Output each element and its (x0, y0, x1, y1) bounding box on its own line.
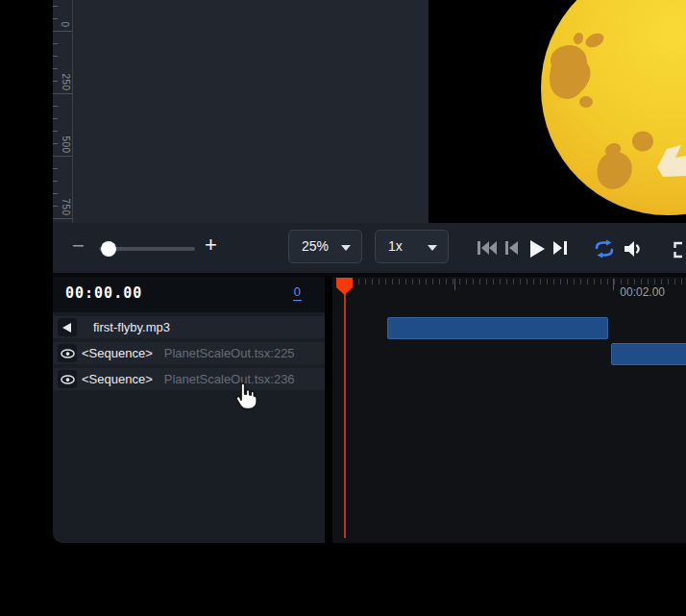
audio-mute-button[interactable] (58, 318, 77, 336)
timeline-tick (681, 279, 682, 284)
composition-view (429, 0, 686, 223)
timeline-tick (627, 279, 628, 284)
visibility-button[interactable] (58, 344, 77, 362)
timeline-track-list: 00:00.00 0 first-flyby.mp3 <S (53, 277, 325, 543)
track-row-audio[interactable]: first-flyby.mp3 (53, 316, 325, 338)
ruler-tick (53, 206, 58, 207)
toolbar: − + 25% 1x (53, 223, 686, 273)
timeline-tick (553, 279, 554, 284)
timeline-tick (459, 279, 460, 284)
zoom-slider-knob[interactable] (101, 241, 116, 257)
timeline-tick (432, 279, 433, 284)
timeline-tick (466, 279, 467, 284)
eye-icon (61, 349, 75, 358)
track-name: <Sequence> (82, 346, 153, 360)
ruler-tick (53, 143, 58, 144)
fullscreen-button[interactable] (673, 240, 686, 263)
clip-bar-audio[interactable] (387, 317, 608, 339)
vertical-ruler[interactable]: 0 250 500 750 (53, 0, 73, 223)
loop-icon (593, 239, 616, 259)
timeline-tick (641, 279, 642, 284)
timeline-tick-major (454, 279, 455, 290)
visibility-button[interactable] (58, 370, 77, 388)
ruler-tick (53, 93, 72, 94)
timeline-tick (654, 279, 655, 284)
ruler-tick (53, 31, 72, 32)
timeline-pane: 00:00.00 0 first-flyby.mp3 <S (53, 277, 686, 543)
timeline-tick (446, 279, 447, 284)
studio-window: 0 250 500 750 (53, 0, 686, 543)
clip-bar-sequence[interactable] (611, 343, 686, 365)
timeline-tick (674, 279, 675, 284)
ruler-label: 500 (61, 136, 71, 153)
zoom-level-value: 25% (302, 238, 329, 254)
timeline-tick (405, 279, 406, 284)
play-icon (529, 240, 545, 258)
timeline-tick (412, 279, 413, 284)
eye-icon (61, 375, 75, 384)
timeline-tick (547, 279, 548, 284)
track-source: PlanetScaleOut.tsx:236 (164, 372, 295, 386)
timeline-tick (385, 279, 386, 284)
timeline-tick (500, 279, 501, 284)
loop-button[interactable] (593, 239, 616, 262)
volume-button[interactable] (625, 240, 642, 261)
playhead-marker[interactable] (336, 278, 353, 296)
timeline-tick (453, 279, 453, 284)
screenshot-root: { "colors": { "accent_blue": "#3b82f6", … (0, 0, 686, 616)
time-marker-label: 00:02.00 (620, 285, 665, 299)
timeline-tick (399, 279, 400, 284)
track-row-sequence[interactable]: <Sequence> PlanetScaleOut.tsx:236 (53, 368, 325, 390)
next-frame-icon (553, 240, 567, 256)
zoom-in-button[interactable]: + (205, 234, 217, 256)
timeline-clip-area[interactable]: 00:02.00 (332, 277, 686, 543)
ruler-label: 0 (60, 21, 70, 27)
timeline-tick (527, 279, 527, 284)
next-frame-button[interactable] (553, 240, 567, 259)
timeline-tick (479, 279, 480, 284)
timeline-tick-major (613, 279, 614, 290)
fullscreen-icon (673, 240, 686, 259)
ruler-tick (53, 81, 58, 82)
timeline-tick (439, 279, 440, 284)
skip-to-start-button[interactable] (478, 240, 497, 259)
previous-frame-icon (505, 240, 518, 256)
zoom-out-button[interactable]: − (72, 235, 85, 257)
timeline-tick (473, 279, 474, 284)
ruler-tick (53, 218, 72, 219)
timeline-tick (574, 279, 575, 284)
playback-rate-dropdown[interactable]: 1x (375, 230, 449, 263)
chevron-down-icon (341, 245, 351, 251)
timeline-tick (419, 279, 420, 284)
ruler-label: 250 (61, 73, 71, 90)
track-name: <Sequence> (82, 372, 153, 386)
ruler-tick (53, 68, 58, 69)
timeline-tick (600, 279, 601, 284)
speaker-icon (62, 323, 72, 333)
timeline-tick (365, 279, 366, 284)
timeline-tick (560, 279, 561, 284)
timeline-tick (607, 279, 608, 284)
ruler-tick (53, 181, 58, 182)
timeline-tick (506, 279, 507, 284)
frame-counter-link[interactable]: 0 (293, 284, 302, 301)
ruler-tick (53, 193, 58, 194)
timeline-tick (520, 279, 521, 284)
timeline-tick (567, 279, 568, 284)
play-button[interactable] (529, 240, 545, 261)
skip-to-start-icon (478, 240, 497, 256)
ruler-tick (53, 18, 58, 19)
track-row-sequence[interactable]: <Sequence> PlanetScaleOut.tsx:225 (53, 342, 325, 364)
ruler-tick (53, 106, 58, 107)
ruler-tick (53, 156, 72, 157)
timeline-tick (587, 279, 588, 284)
timecode-display: 00:00.00 (65, 284, 142, 302)
timeline-tick (634, 279, 635, 284)
timeline-tick (668, 279, 669, 284)
ruler-tick (53, 168, 58, 169)
ruler-tick (53, 6, 58, 7)
ruler-tick (53, 56, 58, 57)
planet-graphic (429, 0, 686, 223)
previous-frame-button[interactable] (505, 240, 518, 259)
zoom-level-dropdown[interactable]: 25% (288, 230, 362, 263)
